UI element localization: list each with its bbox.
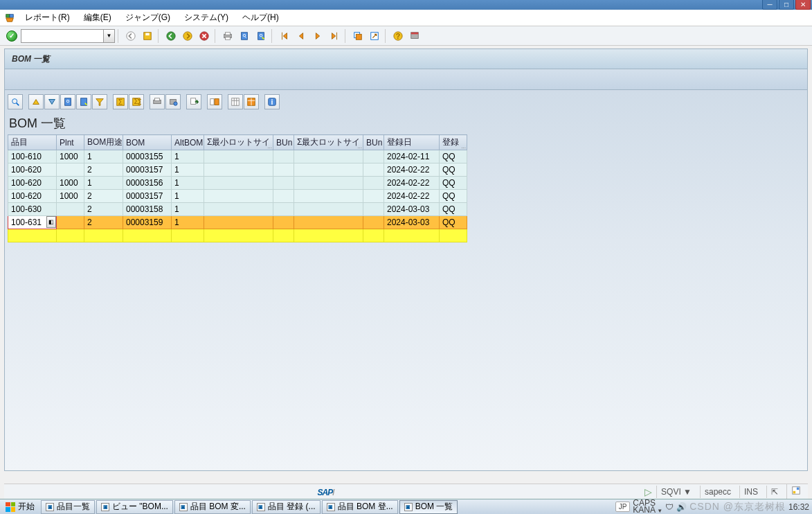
table-cell[interactable]: 1 [172, 216, 204, 229]
table-cell[interactable] [363, 229, 384, 242]
menu-system[interactable]: システム(Y) [179, 10, 234, 25]
table-cell[interactable] [273, 150, 294, 163]
first-page-button[interactable] [277, 28, 292, 44]
command-input[interactable] [21, 29, 104, 43]
help-button[interactable]: ? [390, 28, 406, 44]
minimize-button[interactable]: ─ [762, 0, 777, 10]
table-cell[interactable] [172, 229, 204, 242]
menu-edit[interactable]: 編集(E) [78, 10, 117, 25]
table-cell[interactable] [294, 203, 363, 216]
table-cell[interactable] [294, 216, 363, 229]
status-abap-icon[interactable] [786, 484, 805, 499]
alv-col-header[interactable]: BOM [123, 135, 172, 150]
table-cell[interactable] [84, 229, 123, 242]
table-cell[interactable]: QQ [440, 203, 467, 216]
table-cell[interactable]: QQ [440, 177, 467, 190]
last-page-button[interactable] [327, 28, 342, 44]
find-button[interactable] [237, 28, 252, 44]
table-cell[interactable]: 1 [84, 177, 123, 190]
table-cell[interactable] [384, 229, 440, 242]
table-cell[interactable]: 100-610 [8, 150, 57, 163]
back-green-button[interactable] [163, 28, 179, 44]
table-cell[interactable]: 1 [172, 150, 204, 163]
table-cell[interactable]: 100-631◧ [8, 216, 57, 229]
table-cell[interactable]: 1000 [57, 190, 84, 203]
prev-page-button[interactable] [294, 28, 309, 44]
table-cell[interactable] [204, 163, 273, 177]
tray-ime[interactable]: CAPSKANA ▼ [633, 500, 662, 514]
taskbar-item[interactable]: ▣BOM 一覧 [399, 500, 458, 514]
alv-col-header[interactable]: Σ最大ロットサイ... [294, 135, 363, 150]
alv-subtotal-button[interactable]: ΣΣ [129, 94, 144, 109]
table-cell[interactable] [294, 163, 363, 177]
table-cell[interactable] [57, 203, 84, 216]
tray-lang[interactable]: JP [615, 502, 631, 512]
alv-details-button[interactable] [8, 94, 23, 109]
f4-help-icon[interactable]: ◧ [46, 216, 56, 228]
table-cell[interactable] [204, 229, 273, 242]
menu-jump[interactable]: ジャンプ(G) [120, 10, 176, 25]
alv-col-header[interactable]: Σ最小ロットサイ... [204, 135, 273, 150]
table-cell[interactable] [294, 150, 363, 163]
table-cell[interactable]: 2 [84, 203, 123, 216]
find-next-button[interactable] [253, 28, 269, 44]
print-button[interactable] [220, 28, 235, 44]
table-cell[interactable] [294, 190, 363, 203]
exit-button[interactable] [180, 28, 195, 44]
maximize-button[interactable]: □ [779, 0, 794, 10]
table-cell[interactable] [273, 190, 294, 203]
table-cell[interactable]: 1 [172, 190, 204, 203]
table-cell[interactable] [273, 203, 294, 216]
alv-total-button[interactable]: Σ [113, 94, 128, 109]
table-cell[interactable] [273, 177, 294, 190]
taskbar-item[interactable]: ▣品目 BOM 変... [174, 500, 251, 514]
alv-sort-desc-button[interactable] [44, 94, 60, 109]
table-cell[interactable] [204, 177, 273, 190]
table-cell[interactable] [204, 150, 273, 163]
alv-col-header[interactable]: AltBOM [172, 135, 204, 150]
tray-clock[interactable]: 16:32 [788, 502, 809, 512]
table-cell[interactable] [204, 190, 273, 203]
table-cell[interactable]: 00003155 [123, 150, 172, 163]
table-cell[interactable] [273, 216, 294, 229]
table-cell[interactable]: 00003159 [123, 216, 172, 229]
table-cell[interactable]: 00003156 [123, 177, 172, 190]
save-button[interactable] [140, 28, 155, 44]
alv-col-header[interactable]: 登録... [440, 135, 467, 150]
alv-filter-button[interactable] [92, 94, 107, 109]
menu-help[interactable]: ヘルプ(H) [237, 10, 285, 25]
table-cell[interactable]: QQ [440, 216, 467, 229]
alv-info-button[interactable]: i [264, 94, 280, 109]
alv-col-header[interactable]: Plnt [57, 135, 84, 150]
status-expand-icon[interactable]: ⇱ [766, 486, 782, 498]
table-cell[interactable] [57, 229, 84, 242]
table-cell[interactable] [57, 216, 84, 229]
table-cell[interactable]: 00003157 [123, 190, 172, 203]
alv-view-button[interactable] [165, 94, 181, 109]
taskbar-item[interactable]: ▣ビュー "BOM... [96, 500, 173, 514]
taskbar-item[interactable]: ▣品目 登録 (... [252, 500, 321, 514]
alv-col-header[interactable]: BUn [363, 135, 384, 150]
table-cell[interactable]: 100-630 [8, 203, 57, 216]
taskbar-item[interactable]: ▣品目 BOM 登... [322, 500, 398, 514]
alv-print-button[interactable] [150, 94, 165, 109]
table-cell[interactable]: 2024-03-03 [384, 216, 440, 229]
table-cell[interactable]: 1 [84, 150, 123, 163]
table-cell[interactable] [363, 216, 384, 229]
table-cell[interactable]: 1 [172, 163, 204, 177]
alv-col-header[interactable]: 登録日 [384, 135, 440, 150]
alv-col-header[interactable]: BOM用途 [84, 135, 123, 150]
table-cell[interactable]: 00003157 [123, 163, 172, 177]
alv-grid[interactable]: 品目PlntBOM用途BOMAltBOMΣ最小ロットサイ...BUnΣ最大ロット… [8, 134, 467, 242]
next-page-button[interactable] [310, 28, 325, 44]
table-row[interactable]: 100-620100020000315712024-02-22QQ [8, 190, 467, 203]
alv-sort-asc-button[interactable] [28, 94, 44, 109]
table-cell[interactable] [204, 216, 273, 229]
table-cell[interactable] [363, 190, 384, 203]
status-tcode[interactable]: SQVI ▼ [656, 486, 696, 498]
alv-col-header[interactable]: 品目 [8, 135, 57, 150]
table-cell[interactable]: 1 [172, 203, 204, 216]
table-cell[interactable]: 2 [84, 163, 123, 177]
tray-shield-icon[interactable]: 🛡 [665, 502, 674, 512]
layout-menu-button[interactable] [407, 28, 422, 44]
